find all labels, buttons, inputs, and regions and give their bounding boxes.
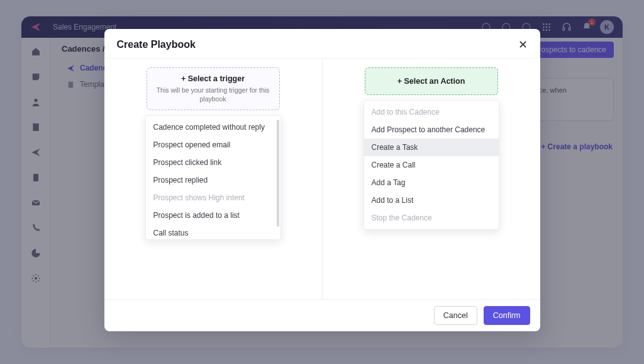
close-icon[interactable]: ✕ xyxy=(518,38,528,52)
trigger-title: + Select a trigger xyxy=(156,74,270,83)
action-option[interactable]: Add to a List xyxy=(364,191,499,209)
action-option[interactable]: Add a Tag xyxy=(364,174,499,191)
action-title: + Select an Action xyxy=(374,77,489,86)
trigger-options: Cadence completed without replyProspect … xyxy=(145,115,281,240)
action-option: Stop the Cadence xyxy=(364,209,499,227)
trigger-option[interactable]: Prospect opened email xyxy=(146,136,280,154)
trigger-option[interactable]: Call status xyxy=(146,224,280,240)
confirm-button[interactable]: Confirm xyxy=(484,306,530,325)
action-column: + Select an Action Add to this CadenceAd… xyxy=(322,59,540,299)
action-option[interactable]: Create a Task xyxy=(364,139,499,156)
action-option[interactable]: Create a Call xyxy=(364,156,499,174)
trigger-option: Prospect shows High intent xyxy=(146,189,280,207)
action-options: Add to this CadenceAdd Prospect to anoth… xyxy=(364,100,499,230)
trigger-option[interactable]: Prospect clicked link xyxy=(146,154,280,171)
cancel-button[interactable]: Cancel xyxy=(434,306,477,325)
action-option[interactable]: Add Prospect to another Cadence xyxy=(364,121,499,139)
modal-overlay: Create Playbook ✕ + Select a trigger Thi… xyxy=(0,0,644,364)
select-action-card[interactable]: + Select an Action xyxy=(365,67,498,95)
trigger-option[interactable]: Prospect replied xyxy=(146,171,280,189)
trigger-option[interactable]: Prospect is added to a list xyxy=(146,207,280,224)
modal-title: Create Playbook xyxy=(117,39,196,50)
select-trigger-card[interactable]: + Select a trigger This will be your sta… xyxy=(147,67,280,110)
trigger-column: + Select a trigger This will be your sta… xyxy=(104,59,322,299)
create-playbook-modal: Create Playbook ✕ + Select a trigger Thi… xyxy=(104,29,540,331)
action-option: Add to this Cadence xyxy=(364,103,499,121)
trigger-option[interactable]: Cadence completed without reply xyxy=(146,118,280,136)
trigger-subtitle: This will be your starting trigger for t… xyxy=(156,86,270,103)
